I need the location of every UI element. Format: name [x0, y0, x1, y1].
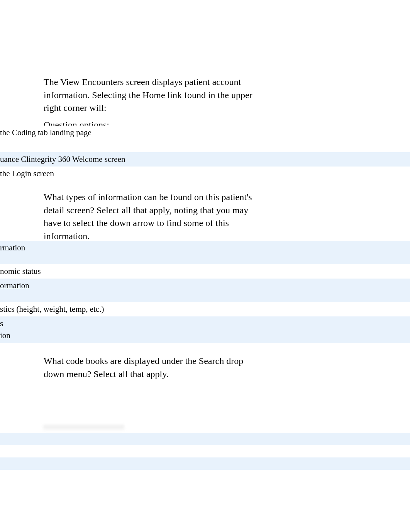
q1-option-2-text: uance Clintegrity 360 Welcome screen [0, 155, 125, 164]
q2-option-6-text: ion [0, 331, 10, 340]
question-1-text: The View Encounters screen displays pati… [44, 76, 266, 115]
question-2-text: What types of information can be found o… [44, 191, 268, 243]
q3-option-2[interactable] [0, 445, 410, 457]
q2-option-1[interactable]: rmation [0, 241, 410, 264]
q1-option-1-text: the Coding tab landing page [0, 128, 91, 137]
spacer [0, 140, 410, 152]
q3-option-4[interactable] [0, 470, 410, 482]
q2-option-2[interactable]: nomic status [0, 264, 410, 279]
q2-option-2-text: nomic status [0, 267, 41, 276]
q1-option-1[interactable]: the Coding tab landing page [0, 126, 410, 140]
q2-option-3-text: ormation [0, 281, 29, 290]
blurred-content [43, 425, 124, 430]
q3-option-1[interactable] [0, 433, 410, 445]
q1-option-3-text: the Login screen [0, 169, 54, 178]
q2-option-4-text: stics (height, weight, temp, etc.) [0, 304, 104, 314]
q2-option-1-text: rmation [0, 243, 25, 252]
question-2-options: rmation nomic status ormation stics (hei… [0, 241, 410, 343]
q1-option-3[interactable]: the Login screen [0, 167, 410, 181]
q1-option-2[interactable]: uance Clintegrity 360 Welcome screen [0, 152, 410, 167]
question-3-text: What code books are displayed under the … [44, 355, 260, 381]
q2-option-3[interactable]: ormation [0, 279, 410, 302]
question-3-options [0, 433, 410, 482]
question-3-container: What code books are displayed under the … [44, 355, 260, 384]
q3-option-3[interactable] [0, 457, 410, 470]
q2-option-4[interactable]: stics (height, weight, temp, etc.) [0, 302, 410, 316]
q2-option-5[interactable]: s [0, 316, 410, 328]
question-1-options: the Coding tab landing page uance Clinte… [0, 126, 410, 181]
q2-option-5-text: s [0, 319, 3, 328]
question-1-container: The View Encounters screen displays pati… [44, 76, 266, 132]
q2-option-6[interactable]: ion [0, 328, 410, 343]
